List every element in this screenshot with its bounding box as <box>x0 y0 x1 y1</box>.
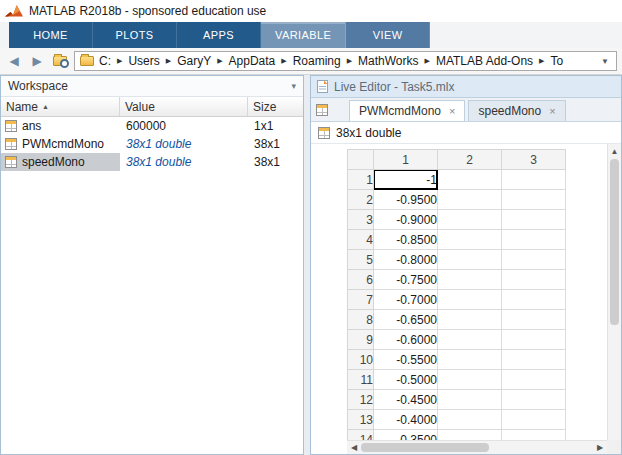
tab-variable[interactable]: VARIABLE <box>261 22 346 48</box>
browse-folder-button[interactable] <box>51 52 69 70</box>
grid-cell[interactable]: -0.7000 <box>374 290 438 310</box>
grid-cell[interactable] <box>438 210 502 230</box>
workspace-row-pwmcmdmono[interactable]: PWMcmdMono 38x1 double 38x1 <box>1 135 303 153</box>
vertical-scrollbar-thumb[interactable] <box>610 159 619 325</box>
title-bar: MATLAB R2018b - sponsored education use <box>0 0 622 22</box>
grid-cell[interactable] <box>438 190 502 210</box>
live-editor-doc-tab[interactable]: Live Editor - Task5.mlx <box>311 76 621 98</box>
back-button[interactable]: ◀ <box>5 52 23 70</box>
breadcrumb-item-users[interactable]: Users <box>125 54 162 68</box>
variable-icon <box>5 156 17 168</box>
breadcrumb-item-appdata[interactable]: AppData <box>226 54 279 68</box>
grid-row-header[interactable]: 3 <box>348 210 374 230</box>
grid-cell[interactable] <box>438 310 502 330</box>
breadcrumb-item-garyy[interactable]: GaryY <box>174 54 214 68</box>
grid-cell[interactable] <box>502 170 566 190</box>
grid-row-header[interactable]: 5 <box>348 250 374 270</box>
grid-cell[interactable]: -0.7500 <box>374 270 438 290</box>
horizontal-scrollbar[interactable]: ◀ ▶ <box>347 440 607 454</box>
grid-cell[interactable] <box>502 290 566 310</box>
grid-cell[interactable] <box>438 270 502 290</box>
tab-speedmono[interactable]: speedMono × <box>468 100 565 121</box>
breadcrumb-dropdown[interactable]: ▼ <box>599 57 611 66</box>
grid-cell[interactable]: -0.5000 <box>374 370 438 390</box>
variable-value: 38x1 double <box>120 137 248 151</box>
grid-cell[interactable] <box>438 390 502 410</box>
column-header-name[interactable]: Name ▲ <box>1 97 120 116</box>
grid-cell[interactable] <box>502 210 566 230</box>
horizontal-scrollbar-thumb[interactable] <box>361 443 489 452</box>
grid-cell[interactable]: -0.4500 <box>374 390 438 410</box>
grid-cell[interactable] <box>438 370 502 390</box>
grid-corner-cell[interactable] <box>348 150 374 170</box>
grid-row-header[interactable]: 11 <box>348 370 374 390</box>
breadcrumb-item-to[interactable]: To <box>547 54 566 68</box>
grid-cell[interactable]: -0.8500 <box>374 230 438 250</box>
grid-cell[interactable] <box>502 370 566 390</box>
grid-cell[interactable]: -0.6000 <box>374 330 438 350</box>
grid-cell[interactable] <box>502 190 566 210</box>
grid-row-header[interactable]: 1 <box>348 170 374 190</box>
grid-cell[interactable] <box>502 230 566 250</box>
scroll-up-icon[interactable]: ▲ <box>608 144 621 158</box>
grid-cell[interactable] <box>438 350 502 370</box>
grid-cell[interactable] <box>502 270 566 290</box>
tab-pwmcmdmono[interactable]: PWMcmdMono × <box>349 100 465 121</box>
grid-cell[interactable] <box>502 350 566 370</box>
breadcrumb-separator-icon: ▶ <box>165 57 172 65</box>
grid-cell[interactable] <box>438 250 502 270</box>
grid-cell[interactable] <box>502 390 566 410</box>
grid-cell[interactable]: -0.4000 <box>374 410 438 430</box>
grid-row-header[interactable]: 6 <box>348 270 374 290</box>
grid-row-header[interactable]: 10 <box>348 350 374 370</box>
grid-cell[interactable] <box>438 330 502 350</box>
grid-cell[interactable] <box>502 410 566 430</box>
column-header-size[interactable]: Size <box>248 97 303 116</box>
tab-plots[interactable]: PLOTS <box>93 22 177 48</box>
grid-cell[interactable] <box>502 250 566 270</box>
grid-col-header[interactable]: 1 <box>374 150 438 170</box>
panel-menu-icon[interactable]: ▾ <box>291 81 296 91</box>
scroll-right-icon[interactable]: ▶ <box>593 441 607 455</box>
grid-cell[interactable] <box>502 330 566 350</box>
chevron-down-icon: ▼ <box>601 57 609 66</box>
tab-view[interactable]: VIEW <box>346 22 430 48</box>
grid-cell[interactable]: -0.9000 <box>374 210 438 230</box>
close-icon[interactable]: × <box>549 105 555 117</box>
grid-cell[interactable] <box>502 310 566 330</box>
grid-cell-selected[interactable]: -1 <box>374 170 438 190</box>
grid-cell[interactable]: -0.8000 <box>374 250 438 270</box>
grid-row-header[interactable]: 8 <box>348 310 374 330</box>
grid-row-header[interactable]: 7 <box>348 290 374 310</box>
tab-home[interactable]: HOME <box>9 22 93 48</box>
scroll-left-icon[interactable]: ◀ <box>347 441 361 455</box>
workspace-row-ans[interactable]: ans 600000 1x1 <box>1 117 303 135</box>
vertical-scrollbar[interactable]: ▲ <box>607 144 621 440</box>
grid-cell[interactable] <box>438 410 502 430</box>
workspace-row-speedmono[interactable]: speedMono 38x1 double 38x1 <box>1 153 303 171</box>
grid-cell[interactable]: -0.6500 <box>374 310 438 330</box>
grid-col-header[interactable]: 2 <box>438 150 502 170</box>
forward-button[interactable]: ▶ <box>28 52 46 70</box>
breadcrumb-item-roaming[interactable]: Roaming <box>290 54 344 68</box>
breadcrumb-item-drive[interactable]: C: <box>96 54 114 68</box>
grid-cell[interactable]: -0.5500 <box>374 350 438 370</box>
variable-tab-bar: PWMcmdMono × speedMono × <box>311 98 621 122</box>
grid-cell[interactable] <box>438 290 502 310</box>
grid-cell[interactable] <box>438 230 502 250</box>
grid-cell[interactable]: -0.9500 <box>374 190 438 210</box>
tab-apps[interactable]: APPS <box>177 22 261 48</box>
close-icon[interactable]: × <box>449 105 455 117</box>
grid-row-header[interactable]: 13 <box>348 410 374 430</box>
table-row: 11 -0.5000 <box>348 370 566 390</box>
grid-cell[interactable] <box>438 170 502 190</box>
grid-row-header[interactable]: 2 <box>348 190 374 210</box>
grid-row-header[interactable]: 4 <box>348 230 374 250</box>
breadcrumb-item-addons[interactable]: MATLAB Add-Ons <box>433 54 536 68</box>
column-header-value[interactable]: Value <box>120 97 248 116</box>
grid-row-header[interactable]: 12 <box>348 390 374 410</box>
horizontal-scrollbar-track[interactable] <box>361 441 593 454</box>
grid-col-header[interactable]: 3 <box>502 150 566 170</box>
breadcrumb-item-mathworks[interactable]: MathWorks <box>355 54 421 68</box>
grid-row-header[interactable]: 9 <box>348 330 374 350</box>
